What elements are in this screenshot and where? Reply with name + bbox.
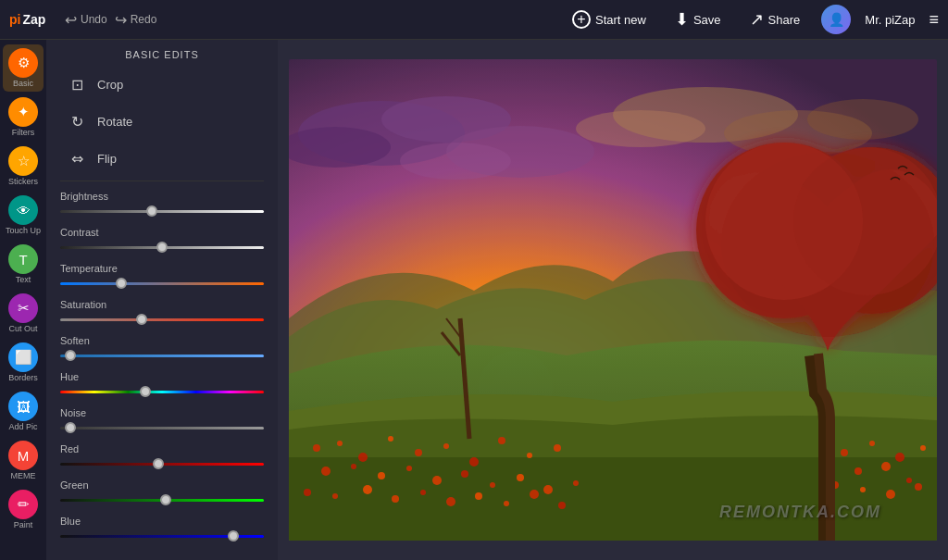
sidebar-item-stickers[interactable]: ☆ Stickers (3, 143, 44, 190)
share-icon: ↗ (750, 9, 764, 30)
panel-title: BASIC EDITS (60, 49, 264, 60)
sidebar-item-meme[interactable]: M MEME (3, 437, 44, 484)
meme-icon: M (8, 441, 38, 470)
borders-icon: ⬜ (8, 342, 38, 372)
hue-thumb[interactable] (140, 386, 151, 397)
noise-slider[interactable] (60, 421, 264, 434)
add-pic-icon: 🖼 (8, 392, 38, 421)
slider-group-green: Green (60, 479, 264, 506)
blue-thumb[interactable] (228, 530, 239, 541)
share-label: Share (768, 13, 801, 27)
sidebar-item-cut-out[interactable]: ✂ Cut Out (3, 290, 44, 337)
flip-label: Flip (97, 152, 117, 166)
brightness-slider[interactable] (60, 205, 264, 218)
basic-label: Basic (13, 79, 33, 88)
slider-group-temperature: Temperature (60, 263, 264, 290)
panel-divider (60, 180, 264, 181)
edit-tool-rotate[interactable]: ↻ Rotate (60, 106, 264, 136)
redo-icon: ↪ (115, 11, 127, 29)
soften-track (60, 355, 264, 357)
touch-up-icon: 👁 (8, 195, 38, 225)
logo-pi: pi (9, 12, 20, 27)
svg-rect-62 (289, 59, 937, 541)
topbar-center: ↩ Undo ↪ Redo (56, 11, 565, 29)
contrast-thumb[interactable] (156, 242, 168, 253)
noise-track (60, 427, 264, 429)
undo-button[interactable]: ↩ Undo (65, 11, 107, 29)
start-new-label: Start new (595, 13, 646, 27)
green-track (60, 499, 264, 502)
stickers-label: Stickers (8, 177, 38, 186)
slider-group-hue: Hue (60, 371, 264, 398)
topbar: piZap ↩ Undo ↪ Redo + Start new ⬇ Save ↗… (0, 0, 948, 40)
sliders-section: Brightness Contrast Temperature Saturati… (60, 189, 264, 542)
redo-button[interactable]: ↪ Redo (115, 11, 157, 29)
rotate-icon: ↻ (66, 110, 88, 132)
undo-icon: ↩ (65, 11, 77, 29)
slider-group-contrast: Contrast (60, 227, 264, 254)
brightness-thumb[interactable] (146, 205, 157, 217)
blue-slider[interactable] (60, 529, 264, 542)
slider-group-blue: Blue (60, 516, 264, 542)
paint-icon: ✏ (8, 490, 38, 519)
slider-group-brightness: Brightness (60, 191, 264, 218)
sidebar-item-add-pic[interactable]: 🖼 Add Pic (3, 388, 44, 435)
edit-panel: BASIC EDITS ⊡ Crop ↻ Rotate ⇔ Flip Brigh… (46, 40, 278, 560)
start-new-icon: + (572, 10, 591, 29)
image-svg (289, 59, 937, 541)
blue-track (60, 535, 264, 538)
contrast-track (60, 246, 264, 249)
save-button[interactable]: ⬇ Save (667, 6, 729, 33)
rotate-label: Rotate (97, 115, 132, 129)
temperature-track (60, 282, 264, 285)
touch-up-label: Touch Up (6, 226, 41, 235)
soften-label: Soften (60, 335, 264, 346)
green-slider[interactable] (60, 493, 264, 506)
noise-thumb[interactable] (65, 422, 76, 433)
share-button[interactable]: ↗ Share (742, 6, 808, 33)
sidebar-item-borders[interactable]: ⬜ Borders (3, 339, 44, 386)
menu-icon[interactable]: ≡ (929, 10, 939, 30)
username-label[interactable]: Mr. piZap (865, 13, 915, 27)
green-thumb[interactable] (160, 494, 171, 505)
soften-slider[interactable] (60, 349, 264, 362)
saturation-label: Saturation (60, 299, 264, 310)
cut-out-icon: ✂ (8, 293, 38, 323)
temperature-slider[interactable] (60, 277, 264, 290)
borders-label: Borders (8, 373, 38, 382)
sidebar-item-touch-up[interactable]: 👁 Touch Up (3, 192, 44, 239)
edit-tool-crop[interactable]: ⊡ Crop (60, 69, 264, 99)
crop-icon: ⊡ (66, 73, 88, 95)
edit-tool-flip[interactable]: ⇔ Flip (60, 143, 264, 173)
red-slider[interactable] (60, 457, 264, 470)
app-logo: piZap (9, 12, 56, 27)
cut-out-label: Cut Out (8, 324, 37, 333)
red-label: Red (60, 443, 264, 454)
brightness-label: Brightness (60, 191, 264, 202)
start-new-button[interactable]: + Start new (565, 6, 654, 32)
red-track (60, 463, 264, 466)
canvas-image: REMONTKA.COM (289, 59, 937, 541)
stickers-icon: ☆ (8, 146, 38, 176)
save-icon: ⬇ (675, 9, 689, 30)
red-thumb[interactable] (153, 458, 164, 469)
sidebar-item-paint[interactable]: ✏ Paint (3, 486, 44, 533)
undo-label: Undo (81, 13, 107, 26)
user-avatar[interactable]: 👤 (821, 5, 851, 34)
contrast-slider[interactable] (60, 241, 264, 254)
slider-group-saturation: Saturation (60, 299, 264, 326)
avatar-icon: 👤 (829, 12, 844, 27)
sidebar-item-text[interactable]: T Text (3, 241, 44, 288)
canvas-area: REMONTKA.COM (278, 40, 948, 560)
add-pic-label: Add Pic (8, 422, 37, 431)
temperature-thumb[interactable] (116, 278, 127, 289)
saturation-slider[interactable] (60, 313, 264, 326)
hue-slider[interactable] (60, 385, 264, 398)
watermark: REMONTKA.COM (719, 503, 881, 522)
temperature-label: Temperature (60, 263, 264, 274)
sidebar-item-basic[interactable]: ⚙ Basic (3, 44, 44, 92)
soften-thumb[interactable] (65, 350, 76, 361)
saturation-thumb[interactable] (136, 314, 147, 325)
sidebar-item-filters[interactable]: ✦ Filters (3, 93, 44, 141)
main-area: ⚙ Basic ✦ Filters ☆ Stickers 👁 Touch Up … (0, 40, 948, 560)
